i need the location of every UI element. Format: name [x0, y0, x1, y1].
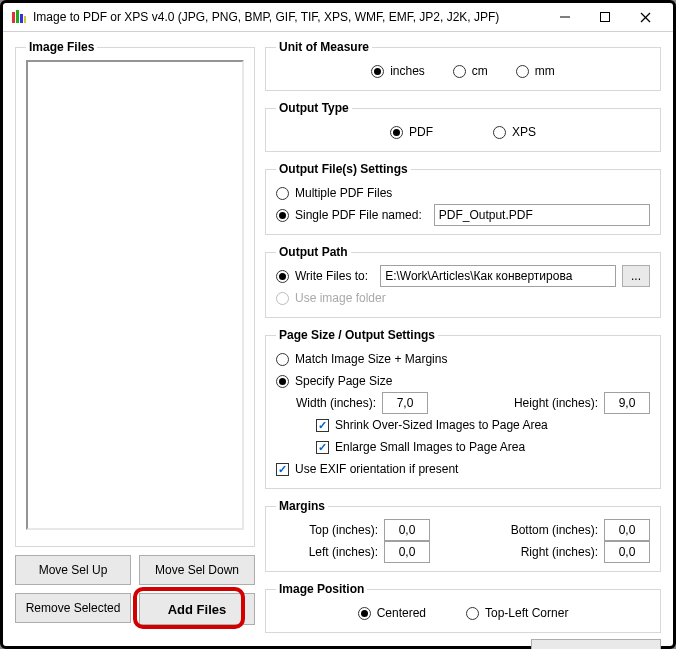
output-files-group: Output File(s) Settings Multiple PDF Fil… — [265, 162, 661, 235]
margins-legend: Margins — [276, 499, 328, 513]
radio-cm[interactable]: cm — [453, 64, 488, 78]
svg-rect-3 — [24, 16, 26, 23]
svg-rect-1 — [16, 10, 19, 23]
svg-line-7 — [641, 13, 650, 22]
height-input[interactable]: 9,0 — [604, 392, 650, 414]
output-files-legend: Output File(s) Settings — [276, 162, 411, 176]
output-type-group: Output Type PDF XPS — [265, 101, 661, 152]
remove-selected-button[interactable]: Remove Selected — [15, 593, 131, 623]
bottom-input[interactable]: 0,0 — [604, 519, 650, 541]
page-size-legend: Page Size / Output Settings — [276, 328, 438, 342]
radio-use-image-folder[interactable]: Use image folder — [276, 291, 386, 305]
left-input[interactable]: 0,0 — [384, 541, 430, 563]
output-path-input[interactable]: E:\Work\Articles\Как конвертирова — [380, 265, 616, 287]
right-input[interactable]: 0,0 — [604, 541, 650, 563]
top-input[interactable]: 0,0 — [384, 519, 430, 541]
image-position-legend: Image Position — [276, 582, 367, 596]
top-label: Top (inches): — [296, 523, 378, 537]
width-input[interactable]: 7,0 — [382, 392, 428, 414]
radio-pdf[interactable]: PDF — [390, 125, 433, 139]
minimize-button[interactable] — [545, 3, 585, 31]
close-button[interactable] — [625, 3, 665, 31]
radio-mm[interactable]: mm — [516, 64, 555, 78]
page-size-group: Page Size / Output Settings Match Image … — [265, 328, 661, 489]
check-shrink[interactable]: Shrink Over-Sized Images to Page Area — [316, 418, 548, 432]
bottom-label: Bottom (inches): — [511, 523, 598, 537]
radio-inches[interactable]: inches — [371, 64, 425, 78]
svg-rect-5 — [601, 13, 610, 22]
image-files-group: Image Files — [15, 40, 255, 547]
window-title: Image to PDF or XPS v4.0 (JPG, PNG, BMP,… — [33, 10, 545, 24]
check-enlarge[interactable]: Enlarge Small Images to Page Area — [316, 440, 525, 454]
save-output-button[interactable]: Save Output — [531, 639, 661, 649]
image-files-legend: Image Files — [26, 40, 97, 54]
move-sel-up-button[interactable]: Move Sel Up — [15, 555, 131, 585]
radio-multiple-pdf[interactable]: Multiple PDF Files — [276, 186, 392, 200]
radio-match-image-size[interactable]: Match Image Size + Margins — [276, 352, 447, 366]
radio-top-left[interactable]: Top-Left Corner — [466, 606, 568, 620]
left-label: Left (inches): — [296, 545, 378, 559]
single-pdf-name-input[interactable]: PDF_Output.PDF — [434, 204, 650, 226]
add-files-button[interactable]: Add Files — [139, 593, 255, 625]
svg-rect-2 — [20, 14, 23, 23]
right-label: Right (inches): — [521, 545, 598, 559]
radio-write-files-to[interactable]: Write Files to: — [276, 269, 368, 283]
radio-single-pdf[interactable]: Single PDF File named: — [276, 208, 422, 222]
width-label: Width (inches): — [296, 396, 376, 410]
image-files-listbox[interactable] — [26, 60, 244, 530]
unit-of-measure-group: Unit of Measure inches cm mm — [265, 40, 661, 91]
output-path-group: Output Path Write Files to: E:\Work\Arti… — [265, 245, 661, 318]
margins-group: Margins Top (inches): 0,0 Bottom (inches… — [265, 499, 661, 572]
radio-specify-page-size[interactable]: Specify Page Size — [276, 374, 392, 388]
output-path-legend: Output Path — [276, 245, 351, 259]
radio-centered[interactable]: Centered — [358, 606, 426, 620]
output-type-legend: Output Type — [276, 101, 352, 115]
app-icon — [11, 9, 27, 25]
unit-legend: Unit of Measure — [276, 40, 372, 54]
check-exif[interactable]: Use EXIF orientation if present — [276, 462, 458, 476]
radio-xps[interactable]: XPS — [493, 125, 536, 139]
svg-rect-0 — [12, 12, 15, 23]
image-position-group: Image Position Centered Top-Left Corner — [265, 582, 661, 633]
browse-button[interactable]: ... — [622, 265, 650, 287]
titlebar: Image to PDF or XPS v4.0 (JPG, PNG, BMP,… — [3, 3, 673, 32]
move-sel-down-button[interactable]: Move Sel Down — [139, 555, 255, 585]
height-label: Height (inches): — [514, 396, 598, 410]
maximize-button[interactable] — [585, 3, 625, 31]
svg-line-6 — [641, 13, 650, 22]
